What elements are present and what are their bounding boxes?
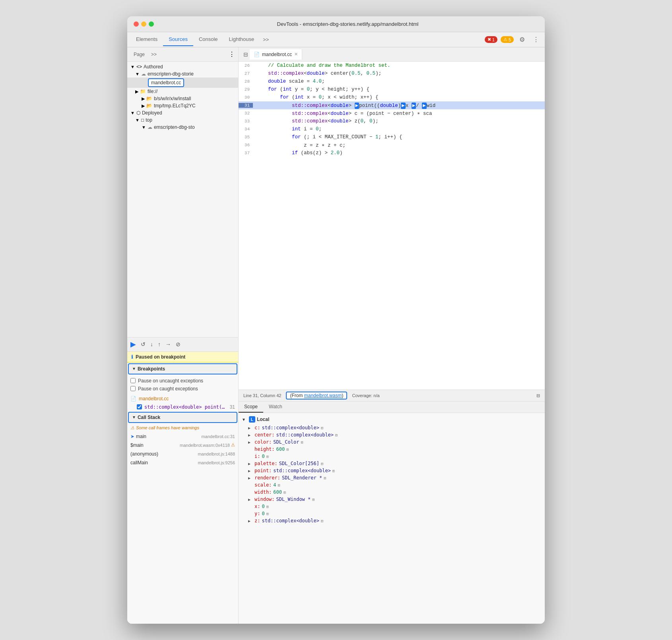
call-stack-section-header[interactable]: ▼ Call Stack: [128, 412, 237, 423]
pause-uncaught-checkbox[interactable]: [130, 378, 136, 383]
expand-z-icon[interactable]: ▶: [248, 519, 253, 523]
scope-entry-height: ▶ height: 600 ⊞: [242, 446, 542, 453]
expand-palette-icon[interactable]: ▶: [248, 462, 253, 466]
pause-caught-checkbox[interactable]: [130, 386, 136, 391]
chevron-right-icon: ▶: [135, 89, 138, 94]
file-tree: ▼ <> Authored ▼ ☁ emscripten-dbg-storie …: [127, 62, 238, 337]
left-panel: Page >> ⋮ ▼ <> Authored ▼ ☁ emscripten-d…: [127, 47, 239, 624]
step-button[interactable]: →: [165, 341, 171, 347]
from-wasm-badge: (From mandelbrot.wasm): [286, 392, 347, 400]
scope-entry-palette[interactable]: ▶ palette: SDL_Color[256] ⊞: [242, 460, 542, 467]
scope-panel: Scope Watch ▼ L Local ▶ c: std::complex<…: [239, 401, 545, 624]
callstack-warning: ⚠ Some call frames have warnings: [127, 424, 238, 432]
deactivate-breakpoints-button[interactable]: ⊘: [176, 341, 181, 347]
expand-point-icon[interactable]: ▶: [248, 469, 253, 473]
file-label: mandelbrot.cc: [148, 78, 184, 87]
tab-elements[interactable]: Elements: [130, 33, 163, 46]
more-options-button[interactable]: ⋮: [530, 34, 542, 45]
call-frame-anonymous[interactable]: (anonymous) mandelbrot.js:1488: [127, 450, 238, 458]
chevron-down-icon: ▼: [135, 72, 140, 76]
tab-console[interactable]: Console: [193, 33, 223, 46]
tab-scope[interactable]: Scope: [239, 401, 263, 413]
tree-emscripten-dbg[interactable]: ▼ ☁ emscripten-dbg-sto: [127, 124, 238, 131]
tab-sources[interactable]: Sources: [163, 33, 193, 46]
scope-entry-renderer[interactable]: ▶ renderer: SDL_Renderer * ⊞: [242, 474, 542, 481]
code-line-28: 28 double scale = 4.0;: [239, 78, 545, 85]
step-out-button[interactable]: ↑: [158, 341, 161, 347]
scope-entry-z[interactable]: ▶ z: std::complex<double> ⊞: [242, 517, 542, 524]
left-panel-more[interactable]: >>: [148, 50, 160, 59]
editor-status-bar: Line 31, Column 42 (From mandelbrot.wasm…: [239, 390, 545, 401]
close-button[interactable]: [134, 21, 139, 27]
mem-icon: ⊞: [301, 440, 303, 444]
editor-tab-mandelbrot[interactable]: 📄 mandelbrot.cc ✕: [250, 49, 302, 60]
scope-entry-color[interactable]: ▶ color: SDL_Color ⊞: [242, 438, 542, 446]
file-url-icon: 📁: [140, 89, 146, 94]
wasm-link[interactable]: mandelbrot.wasm: [304, 393, 342, 398]
scope-entry-c[interactable]: ▶ c: std::complex<double> ⊞: [242, 424, 542, 431]
scope-entry-scale: ▶ scale: 4 ⊞: [242, 481, 542, 489]
tree-emscripten-store[interactable]: ▼ ☁ emscripten-dbg-storie: [127, 70, 238, 78]
breakpoint-entry[interactable]: std::complex<double> point((d... 31: [127, 403, 238, 411]
bp-checkbox[interactable]: [137, 404, 142, 409]
scope-local-section: ▼ L Local ▶ c: std::complex<double> ⊞ ▶: [239, 413, 545, 526]
editor-tab-bar: ⊟ 📄 mandelbrot.cc ✕: [239, 47, 545, 62]
settings-button[interactable]: ⚙: [517, 34, 527, 45]
mem-icon: ⊞: [266, 454, 269, 459]
cube-icon: ⬡: [136, 110, 140, 116]
error-count-badge[interactable]: ✖ 1: [485, 36, 497, 43]
tab-right-controls: ✖ 1 ⚠ 5 ⚙ ⋮: [485, 34, 542, 45]
tree-folder2[interactable]: ▶ 📂 tmp/tmp.ELcTq2YC: [127, 102, 238, 109]
expand-renderer-icon[interactable]: ▶: [248, 476, 253, 480]
code-line-37: 37 if (abs(z) > 2.0): [239, 149, 545, 157]
pause-caught-row[interactable]: Pause on caught exceptions: [130, 385, 235, 393]
local-scope-header[interactable]: ▼ L Local: [242, 415, 542, 424]
page-tab[interactable]: Page: [130, 50, 148, 59]
code-line-36: 36 z = z ∗ z + c;: [239, 141, 545, 149]
step-into-button[interactable]: ↓: [150, 341, 153, 347]
scope-entry-x: ▶ x: 0 ⊞: [242, 503, 542, 510]
mem-icon: ⊞: [321, 462, 323, 466]
tab-lighthouse[interactable]: Lighthouse: [223, 33, 260, 46]
minimize-button[interactable]: [141, 21, 146, 27]
maximize-button[interactable]: [149, 21, 154, 27]
tree-file-url[interactable]: ▶ 📁 file://: [127, 88, 238, 95]
expand-c-icon[interactable]: ▶: [248, 426, 253, 430]
code-line-27: 27 std::complex<double> center(0.5, 0.5)…: [239, 70, 545, 78]
tree-folder1[interactable]: ▶ 📂 b/s/w/ir/x/w/install: [127, 95, 238, 102]
resume-button[interactable]: ▶: [130, 340, 136, 349]
sidebar-toggle-button[interactable]: ⊟: [242, 50, 250, 59]
call-frame-callmain[interactable]: callMain mandelbrot.js:9256: [127, 458, 238, 467]
tab-watch[interactable]: Watch: [263, 401, 288, 413]
code-line-29: 29 for (int y = 0; y < height; y++) {: [239, 85, 545, 93]
tab-more-button[interactable]: >>: [260, 35, 272, 44]
warning-count: 5: [509, 37, 511, 42]
tree-deployed[interactable]: ▼ ⬡ Deployed: [127, 109, 238, 116]
tree-top[interactable]: ▼ □ top: [127, 116, 238, 124]
expand-color-icon[interactable]: ▶: [248, 440, 253, 444]
code-icon: <>: [136, 64, 142, 70]
scope-entry-center[interactable]: ▶ center: std::complex<double> ⊞: [242, 431, 542, 438]
expand-center-icon[interactable]: ▶: [248, 433, 253, 437]
folder1-icon: 📂: [146, 96, 152, 101]
left-panel-menu[interactable]: ⋮: [229, 50, 235, 58]
coverage-icon[interactable]: ⊟: [536, 393, 540, 398]
call-frame-main[interactable]: ➤ main mandelbrot.cc:31: [127, 432, 238, 441]
mem-icon: ⊞: [286, 447, 289, 452]
expand-window-icon[interactable]: ▶: [248, 497, 253, 502]
tree-mandelbrot-file[interactable]: mandelbrot.cc: [127, 78, 238, 88]
breakpoints-section-header[interactable]: ▼ Breakpoints: [128, 363, 237, 374]
warning-count-badge[interactable]: ⚠ 5: [501, 36, 514, 43]
code-line-34: 34 int i = 0;: [239, 125, 545, 133]
step-over-button[interactable]: ↺: [141, 341, 146, 347]
mem-icon: ⊞: [278, 483, 280, 487]
chevron-down-icon: ▼: [130, 64, 135, 69]
tree-authored[interactable]: ▼ <> Authored: [127, 63, 238, 70]
window-title: DevTools - emscripten-dbg-stories.netlif…: [157, 21, 538, 27]
mem-icon: ⊞: [312, 497, 315, 502]
call-frame-dollar-main[interactable]: $main mandelbrot.wasm:0x4118 ⚠: [127, 441, 238, 450]
close-tab-icon[interactable]: ✕: [294, 52, 298, 57]
scope-entry-window[interactable]: ▶ window: SDL_Window * ⊞: [242, 496, 542, 503]
pause-uncaught-row[interactable]: Pause on uncaught exceptions: [130, 377, 235, 385]
scope-entry-point[interactable]: ▶ point: std::complex<double> ⊞: [242, 467, 542, 474]
